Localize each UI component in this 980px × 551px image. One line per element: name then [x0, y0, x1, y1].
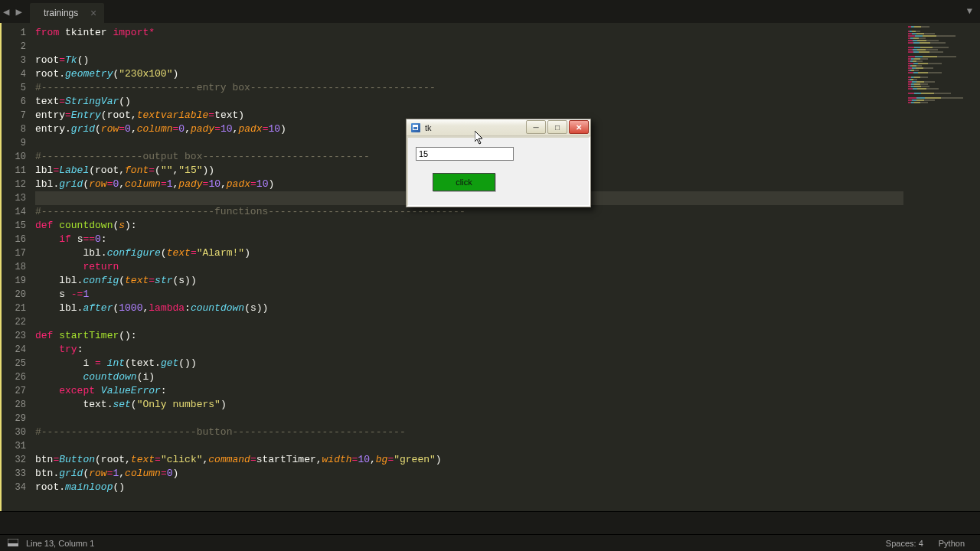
tab-label: trainings	[44, 8, 78, 18]
click-button[interactable]: click	[433, 173, 495, 191]
tk-window: tk ─ □ ✕ click	[406, 119, 591, 207]
panel-toggle-icon[interactable]	[8, 539, 18, 548]
minimize-button[interactable]: ─	[526, 120, 546, 134]
minimap[interactable]	[903, 23, 980, 511]
tk-app-icon	[411, 123, 420, 132]
status-position[interactable]: Line 13, Column 1	[18, 539, 102, 548]
timer-entry-input[interactable]	[416, 147, 514, 161]
tab-trainings[interactable]: trainings ×	[30, 3, 104, 23]
nav-back-icon[interactable]: ◀	[0, 5, 12, 18]
close-button[interactable]: ✕	[569, 120, 589, 134]
status-spaces[interactable]: Spaces: 4	[878, 539, 931, 548]
menu-chevron-icon[interactable]: ▼	[967, 6, 972, 17]
status-syntax[interactable]: Python	[931, 539, 972, 548]
tab-close-icon[interactable]: ×	[90, 7, 96, 19]
tk-body: click	[407, 136, 590, 207]
line-gutter: 1234567891011121314151617181920212223242…	[2, 23, 35, 511]
console-panel[interactable]	[0, 511, 980, 534]
code-content[interactable]: from tkinter import*root=Tk()root.geomet…	[35, 23, 903, 511]
nav-forward-icon[interactable]: ▶	[12, 5, 24, 18]
maximize-button[interactable]: □	[547, 120, 567, 134]
tk-titlebar[interactable]: tk ─ □ ✕	[407, 119, 590, 136]
svg-rect-1	[8, 543, 18, 546]
editor-area: 1234567891011121314151617181920212223242…	[0, 23, 980, 511]
tab-bar: ◀ ▶ trainings × ▼	[0, 0, 980, 23]
status-bar: Line 13, Column 1 Spaces: 4 Python	[0, 534, 980, 551]
tk-title: tk	[425, 123, 432, 132]
